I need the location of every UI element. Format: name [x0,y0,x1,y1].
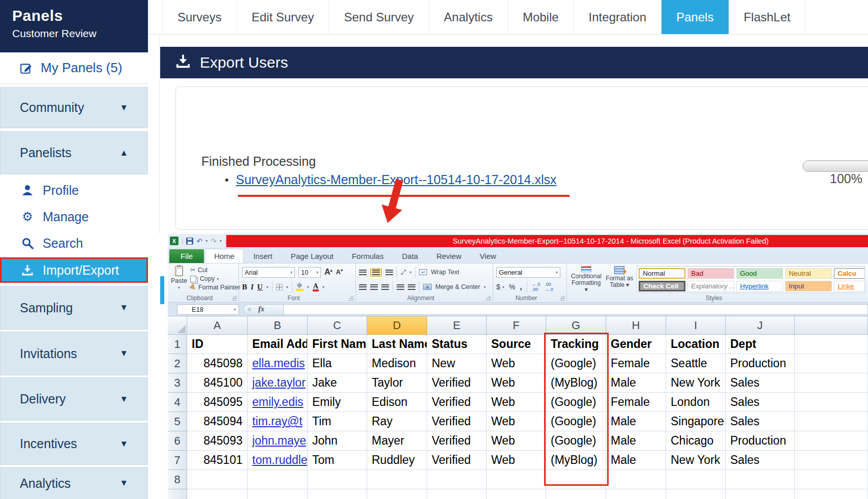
row-header-6[interactable]: 6 [168,431,187,451]
style-chip-normal[interactable]: Normal [639,268,685,279]
column-header-H[interactable]: H [606,316,666,335]
ribbon-tab-view[interactable]: View [471,249,504,263]
ribbon-tab-page-layout[interactable]: Page Layout [282,249,342,263]
cell-empty[interactable] [795,393,868,412]
cell-empty[interactable] [606,470,666,489]
cell-email[interactable]: ella.medis [248,354,308,373]
column-header-B[interactable]: B [248,316,308,335]
ribbon-tab-insert[interactable]: Insert [245,249,281,263]
column-header-A[interactable]: A [187,316,248,335]
cell-dept[interactable]: Production [726,431,795,451]
cell-first-name[interactable]: John [308,431,367,451]
row-header-7[interactable]: 7 [168,451,187,470]
column-header-K[interactable] [795,316,868,335]
dialog-launcher-icon[interactable]: ◿ [348,296,353,301]
cell-gender[interactable]: Male [606,431,666,451]
cell-id[interactable]: 845095 [187,393,248,412]
cell-id[interactable]: 845094 [187,412,248,431]
sidebar-item-manage[interactable]: ⚙ Manage [0,206,148,228]
cell-email[interactable]: emily.edis [248,393,308,412]
save-icon[interactable] [186,238,193,245]
cell-status[interactable]: Verified [427,431,487,451]
increase-indent-icon[interactable] [408,284,415,290]
name-box[interactable]: E18▾ [177,304,239,315]
ribbon-tab-home[interactable]: Home [205,249,244,263]
cell-dept[interactable]: Production [726,354,795,373]
cell-gender[interactable]: Female [606,393,666,412]
cell-source[interactable]: Web [487,373,546,393]
cell-email[interactable]: john.maye [248,431,308,451]
cell-empty[interactable] [795,412,868,431]
style-chip-good[interactable]: Good [736,268,783,279]
cell-last-name[interactable]: Mayer [367,431,427,451]
cell-first-name[interactable]: Tim [308,412,367,431]
decrease-indent-icon[interactable] [397,284,404,290]
cell-empty[interactable] [795,354,868,373]
header-location[interactable]: Location [666,335,726,354]
header-email[interactable]: Email Add [248,335,308,354]
format-painter-button[interactable]: Format Painter [190,284,241,291]
sidebar-item-import-export[interactable]: Import/Export [0,257,148,283]
percent-button[interactable]: % [509,283,515,291]
style-chip-neutral[interactable]: Neutral [785,268,832,279]
cell-empty[interactable] [308,470,367,489]
increase-decimal-button[interactable]: ←.0.00 [532,282,541,292]
tab-send-survey[interactable]: Send Survey [329,0,429,34]
column-header-E[interactable]: E [427,316,487,335]
format-as-table-button[interactable]: Format as Table ▾ [606,266,634,293]
tab-flashlet[interactable]: FlashLet [729,0,805,34]
tab-surveys[interactable]: Surveys [162,0,237,34]
cell-status[interactable]: Verified [427,393,487,412]
cell-last-name[interactable]: Ruddley [367,451,427,470]
dialog-launcher-icon[interactable]: ◿ [559,296,564,301]
bold-button[interactable]: B [242,283,247,291]
cell-source[interactable]: Web [487,393,546,412]
cell-gender[interactable]: Male [606,451,666,470]
cell-empty[interactable] [795,335,868,354]
copy-button[interactable]: Copy▾ [190,275,241,282]
cell-empty[interactable] [726,470,795,489]
cell-empty[interactable] [546,470,606,489]
cell-tracking[interactable]: (Google) [546,412,606,431]
cell-location[interactable]: Seattle [666,354,726,373]
ribbon-tab-review[interactable]: Review [428,249,470,263]
cell-last-name[interactable]: Edison [367,393,427,412]
paste-button[interactable]: Paste ▾ [171,266,187,293]
cell-tracking[interactable]: (Google) [546,431,606,451]
style-chip-input[interactable]: Input [785,281,832,291]
header-gender[interactable]: Gender [606,335,666,354]
header-tracking[interactable]: Tracking [546,335,606,354]
style-chip-bad[interactable]: Bad [687,268,734,279]
tab-integration[interactable]: Integration [574,0,662,34]
email-link[interactable]: tim.ray@t [252,415,303,428]
fill-color-icon[interactable] [296,283,304,291]
cell-empty[interactable] [427,470,487,489]
sidebar-item-analytics[interactable]: Analytics ▼ [0,467,148,499]
row-header-2[interactable]: 2 [168,354,187,373]
row-header-8[interactable]: 8 [168,470,187,489]
sidebar-item-invitations[interactable]: Invitations ▼ [0,332,148,375]
cell-first-name[interactable]: Emily [308,393,367,412]
cell-location[interactable]: New York [666,373,726,393]
row-header-1[interactable]: 1 [168,335,187,354]
cell-location[interactable]: London [666,393,726,412]
header-source[interactable]: Source [487,335,546,354]
cell-first-name[interactable]: Jake [308,373,367,393]
tab-mobile[interactable]: Mobile [508,0,574,34]
ribbon-tab-data[interactable]: Data [393,249,427,263]
align-right-icon[interactable] [381,284,389,290]
cell-source[interactable]: Web [487,451,546,470]
header-last-name[interactable]: Last Name [367,335,427,354]
cell-dept[interactable]: Sales [726,412,795,431]
select-all-corner[interactable] [168,316,187,335]
cell-empty[interactable] [795,373,868,393]
email-link[interactable]: ella.medis [252,357,305,370]
cell-email[interactable]: tim.ray@t [248,412,308,431]
ribbon-tab-file[interactable]: File [169,249,204,263]
tab-edit-survey[interactable]: Edit Survey [237,0,330,34]
ribbon-tab-formulas[interactable]: Formulas [343,249,393,263]
comma-button[interactable]: , [520,282,522,291]
underline-button[interactable]: U [257,283,263,291]
cell-status[interactable]: Verified [427,451,487,470]
column-header-I[interactable]: I [666,316,726,335]
